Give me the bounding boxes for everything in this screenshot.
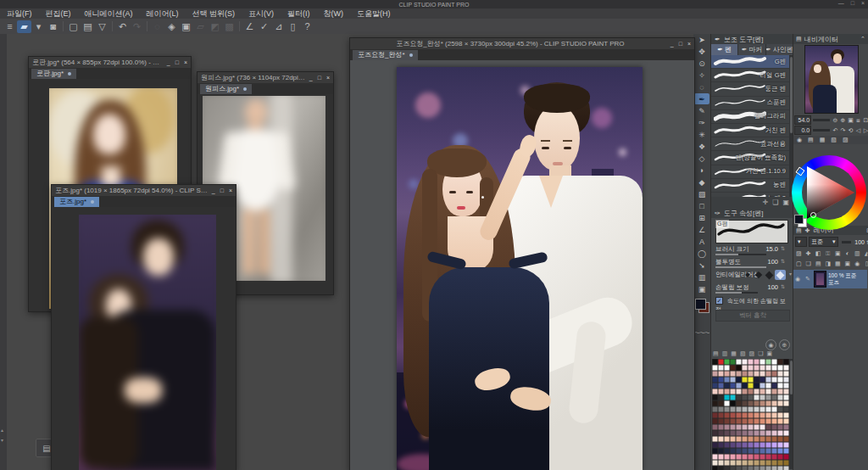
- add-color-icon[interactable]: ⊕: [779, 339, 790, 350]
- menu-item[interactable]: 도움말(H): [350, 8, 398, 19]
- layer-action-icon[interactable]: ▨: [795, 249, 803, 258]
- antialias-row[interactable]: 안티에일리어싱 ▾: [715, 270, 790, 282]
- color-swatch[interactable]: [736, 394, 742, 400]
- menu-item[interactable]: 파일(F): [0, 8, 39, 19]
- color-swatch[interactable]: [718, 442, 724, 448]
- color-swatch[interactable]: [760, 442, 765, 448]
- color-swatch[interactable]: [742, 454, 748, 460]
- color-swatch[interactable]: [783, 383, 789, 389]
- color-swatch[interactable]: [760, 383, 765, 389]
- menu-item[interactable]: 애니메이션(A): [78, 8, 140, 19]
- color-swatch[interactable]: [754, 394, 760, 400]
- color-swatch[interactable]: [718, 365, 724, 371]
- color-swatch[interactable]: [742, 424, 748, 430]
- zoom-value[interactable]: 54.0: [794, 115, 811, 125]
- color-swatch[interactable]: [730, 442, 736, 448]
- move-layer-tool[interactable]: ✥: [694, 46, 709, 57]
- maximize-icon[interactable]: □: [175, 59, 179, 65]
- color-swatch[interactable]: [783, 412, 789, 418]
- color-set-view-icon[interactable]: ▤: [713, 350, 719, 357]
- onepiece-window-controls[interactable]: _ □ ×: [309, 75, 330, 81]
- layer-opacity-value[interactable]: 100: [854, 239, 865, 245]
- color-swatch[interactable]: [712, 424, 718, 430]
- color-swatch[interactable]: [760, 448, 765, 454]
- color-swatch[interactable]: [777, 377, 783, 383]
- color-swatch[interactable]: [724, 430, 730, 436]
- layer-action-icon[interactable]: ✚: [805, 249, 813, 258]
- color-swatch[interactable]: [771, 466, 777, 470]
- maximize-icon[interactable]: □: [851, 0, 854, 8]
- menu-item[interactable]: 편집(E): [39, 8, 78, 19]
- eraser-tool[interactable]: ◇: [694, 153, 709, 164]
- artwork-canvas[interactable]: [397, 67, 643, 470]
- aa-none-option[interactable]: [742, 270, 753, 280]
- color-swatch[interactable]: [777, 412, 783, 418]
- color-swatch[interactable]: [718, 412, 724, 418]
- operation-tool[interactable]: ➤: [694, 34, 709, 45]
- color-swatch[interactable]: [730, 406, 736, 412]
- stepper-icon[interactable]: ⇅: [781, 258, 785, 264]
- tablet-mode-icon[interactable]: ▯: [286, 20, 300, 33]
- snap-special-ruler-icon[interactable]: ✓: [257, 20, 271, 33]
- eyedropper-tool[interactable]: ✧: [694, 70, 709, 81]
- new-palette-icon[interactable]: ✚: [805, 227, 810, 234]
- navigator-tab[interactable]: 내비게이터: [804, 35, 838, 44]
- color-swatch[interactable]: [771, 436, 777, 442]
- color-swatch[interactable]: [736, 466, 742, 470]
- color-swatch[interactable]: [742, 389, 748, 394]
- color-swatch[interactable]: [724, 466, 730, 470]
- color-swatch[interactable]: [748, 377, 754, 383]
- brush-tool[interactable]: ✑: [694, 117, 709, 128]
- color-swatch[interactable]: [783, 400, 789, 406]
- flip-horizontal-icon[interactable]: ◁: [854, 126, 862, 134]
- color-swatch[interactable]: [777, 454, 783, 460]
- color-swatch[interactable]: [724, 365, 730, 371]
- color-swatch[interactable]: [718, 359, 724, 365]
- add-subtool-icon[interactable]: ✛: [763, 199, 769, 206]
- color-approx-tab-icon[interactable]: ▦: [820, 137, 826, 143]
- color-swatch[interactable]: [730, 448, 736, 454]
- color-set-view-icon[interactable]: ❏: [758, 350, 763, 357]
- color-swatch[interactable]: [754, 418, 760, 424]
- color-swatch[interactable]: [754, 365, 760, 371]
- color-swatch[interactable]: [730, 359, 736, 365]
- color-swatch[interactable]: [760, 377, 765, 383]
- color-swatch[interactable]: [754, 436, 760, 442]
- color-swatch[interactable]: [730, 460, 736, 466]
- color-swatch[interactable]: [736, 424, 742, 430]
- color-swatch[interactable]: [730, 430, 736, 436]
- color-swatch[interactable]: [771, 460, 777, 466]
- color-swatch[interactable]: [724, 389, 730, 394]
- color-swatch[interactable]: [748, 400, 754, 406]
- color-swatch[interactable]: [742, 430, 748, 436]
- color-swatch[interactable]: [748, 371, 754, 377]
- color-swatch[interactable]: [724, 454, 730, 460]
- color-swatch[interactable]: [712, 365, 718, 371]
- navigator-thumbnail[interactable]: [804, 45, 859, 114]
- color-swatch[interactable]: [712, 394, 718, 400]
- undo-icon[interactable]: ↶: [115, 20, 130, 33]
- color-swatch[interactable]: [736, 406, 742, 412]
- color-slider-tab-icon[interactable]: ▤: [808, 137, 814, 143]
- color-swatch[interactable]: [712, 389, 718, 394]
- color-history-tab-icon[interactable]: ▨: [843, 137, 849, 143]
- color-swatch[interactable]: [736, 412, 742, 418]
- stabilization-row[interactable]: 손떨림 보정 100 ⇅: [715, 283, 790, 294]
- color-swatch[interactable]: [712, 436, 718, 442]
- color-swatch[interactable]: [724, 424, 730, 430]
- minimize-icon[interactable]: _: [309, 75, 313, 81]
- color-swatch[interactable]: [748, 424, 754, 430]
- layer-action-icon[interactable]: ⚿: [825, 249, 832, 258]
- intermediate-color-tab-icon[interactable]: ▧: [831, 137, 837, 143]
- left-dock-strip[interactable]: ▴ ▾: [0, 34, 7, 470]
- color-swatch[interactable]: [777, 383, 783, 389]
- close-icon[interactable]: ×: [229, 187, 232, 193]
- minimize-icon[interactable]: _: [212, 187, 215, 193]
- close-icon[interactable]: ×: [326, 75, 330, 81]
- edit-color-set-icon[interactable]: ◉: [765, 339, 776, 350]
- color-swatch[interactable]: [742, 377, 748, 383]
- frame-border-tool[interactable]: ⊞: [694, 212, 709, 223]
- color-swatch[interactable]: [777, 436, 783, 442]
- layer-create-icon[interactable]: ▯: [864, 260, 868, 268]
- flip-vertical-icon[interactable]: ▷: [862, 126, 868, 134]
